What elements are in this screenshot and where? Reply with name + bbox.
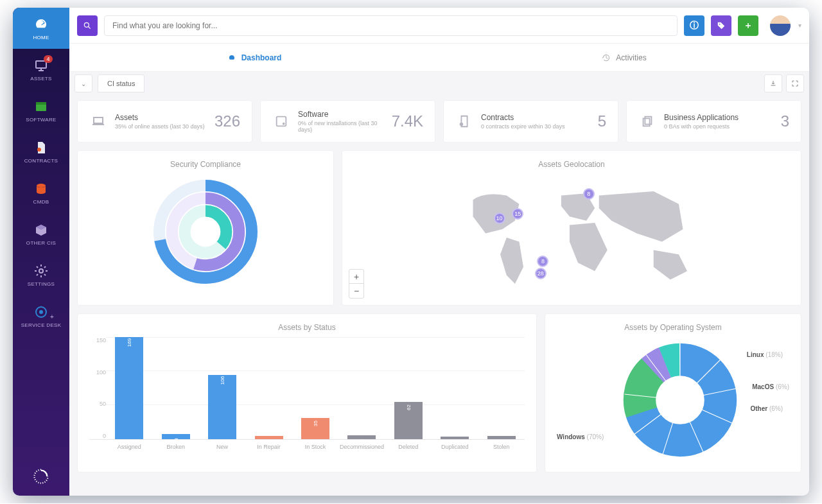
fullscreen-button[interactable] (786, 74, 804, 92)
x-label: Assigned (106, 440, 152, 450)
chevron-down-icon[interactable]: ▾ (798, 22, 801, 29)
legend-linux: Linux (18%) (747, 351, 783, 358)
dashboard-content: Assets35% of online assets (last 30 days… (69, 95, 809, 496)
card-security-compliance: Security Compliance (77, 150, 334, 306)
download-button[interactable] (764, 74, 782, 92)
kpi-title: Assets (115, 113, 207, 122)
sidebar-item-settings[interactable]: SETTINGS (13, 254, 69, 295)
x-label: Broken (152, 440, 198, 450)
zoom-in-button[interactable]: + (349, 270, 363, 284)
bar[interactable]: 169 (106, 337, 152, 439)
history-icon (602, 53, 611, 62)
tab-label: Activities (616, 53, 646, 62)
sidebar-item-servicedesk[interactable]: + SERVICE DESK (13, 295, 69, 336)
bar[interactable]: 5 (478, 436, 525, 439)
sidebar-item-other[interactable]: OTHER CIs (13, 213, 69, 254)
sidebar-item-label: SOFTWARE (26, 117, 56, 123)
sidebar-item-cmdb[interactable]: CMDB (13, 172, 69, 213)
document-icon (33, 140, 49, 155)
gauge-icon (33, 17, 49, 32)
sidebar-item-label: ASSETS (30, 76, 51, 82)
bar[interactable]: 8 (152, 434, 198, 439)
database-icon (33, 181, 49, 196)
search-input[interactable] (104, 15, 678, 36)
bar[interactable]: 106 (199, 375, 245, 439)
svg-point-8 (84, 22, 89, 27)
sidebar-item-label: CONTRACTS (24, 158, 58, 164)
add-button[interactable]: ＋ (738, 15, 758, 36)
x-axis-labels: AssignedBrokenNewIn RepairIn StockDecomm… (106, 440, 525, 450)
card-title: Assets by Operating System (545, 314, 801, 337)
bars-container: 169810653566245 (106, 337, 525, 439)
gear-icon (33, 263, 49, 279)
world-map[interactable] (368, 183, 788, 292)
avatar[interactable] (770, 15, 791, 36)
bar[interactable]: 6 (338, 435, 385, 439)
filter-toggle[interactable]: ⌄ (74, 74, 92, 92)
kpi-sub: 35% of online assets (last 30 days) (115, 123, 207, 130)
sidebar-item-label: CMDB (33, 199, 49, 205)
svg-point-13 (460, 123, 464, 126)
kpi-value: 3 (781, 112, 789, 130)
sidebar-item-label: OTHER CIs (26, 240, 56, 246)
headset-icon (33, 304, 49, 320)
kpi-sub: 0 contracts expire within 30 days (481, 123, 590, 130)
info-button[interactable]: ⓘ (684, 15, 704, 36)
legend-macos: MacOS (6%) (752, 383, 789, 390)
svg-point-9 (719, 23, 721, 24)
bar[interactable]: 5 (245, 436, 292, 439)
kpi-value: 5 (598, 112, 606, 130)
view-tabs: Dashboard Activities (69, 44, 809, 72)
map-pin[interactable]: 8 (583, 188, 595, 200)
kpi-title: Business Applications (664, 113, 773, 122)
sidebar-item-assets[interactable]: 4 ASSETS (13, 49, 69, 90)
svg-rect-14 (643, 118, 650, 126)
card-assets-geolocation: Assets Geolocation (342, 150, 801, 306)
tag-button[interactable] (711, 15, 731, 36)
window-icon (33, 99, 49, 114)
map-pin[interactable]: 10 (494, 213, 505, 224)
kpi-software[interactable]: Software0% of new installations (last 30… (260, 100, 435, 143)
badge: 4 (44, 55, 53, 63)
svg-point-5 (39, 269, 43, 273)
security-donut-chart (148, 174, 263, 290)
x-label: In Stock (292, 440, 338, 450)
brand-icon (32, 467, 50, 485)
svg-point-3 (37, 148, 41, 152)
filter-tab-ci-status[interactable]: CI status (98, 74, 144, 92)
laptop-icon (89, 112, 107, 130)
kpi-sub: 0 BAs with open requests (664, 123, 773, 130)
svg-rect-15 (645, 117, 651, 125)
kpi-contracts[interactable]: Contracts0 contracts expire within 30 da… (443, 100, 618, 143)
kpi-assets[interactable]: Assets35% of online assets (last 30 days… (77, 100, 252, 143)
card-title: Assets by Status (78, 314, 536, 337)
bar[interactable]: 62 (385, 402, 432, 439)
sidebar-item-label: SETTINGS (28, 281, 55, 287)
gauge-icon (227, 53, 236, 62)
svg-rect-2 (36, 102, 46, 105)
sidebar-item-label: HOME (33, 35, 49, 40)
svg-point-4 (37, 184, 46, 187)
kpi-row: Assets35% of online assets (last 30 days… (77, 100, 801, 143)
zoom-out-button[interactable]: − (349, 284, 363, 298)
search-button[interactable] (77, 15, 98, 36)
bar[interactable]: 35 (292, 418, 338, 439)
card-title: Security Compliance (78, 151, 333, 174)
search-icon (83, 21, 92, 30)
sidebar-item-home[interactable]: HOME (13, 8, 69, 49)
map-pin[interactable]: 15 (512, 208, 523, 220)
box-icon (33, 222, 49, 238)
sidebar-item-software[interactable]: SOFTWARE (13, 90, 69, 131)
bar[interactable]: 4 (432, 437, 478, 439)
y-axis: 150 100 50 0 (89, 337, 106, 439)
sidebar-item-contracts[interactable]: CONTRACTS (13, 131, 69, 172)
legend-other: Other (6%) (750, 405, 783, 412)
app-frame: HOME 4 ASSETS SOFTWARE CONTRACTS CMDB OT… (13, 8, 809, 496)
download-icon (769, 80, 777, 87)
tab-dashboard[interactable]: Dashboard (69, 44, 439, 71)
kpi-value: 7.4K (392, 112, 423, 130)
map-zoom: + − (349, 269, 364, 299)
tab-activities[interactable]: Activities (439, 44, 809, 71)
x-label: Deleted (385, 440, 432, 450)
kpi-business-apps[interactable]: Business Applications0 BAs with open req… (626, 100, 801, 143)
